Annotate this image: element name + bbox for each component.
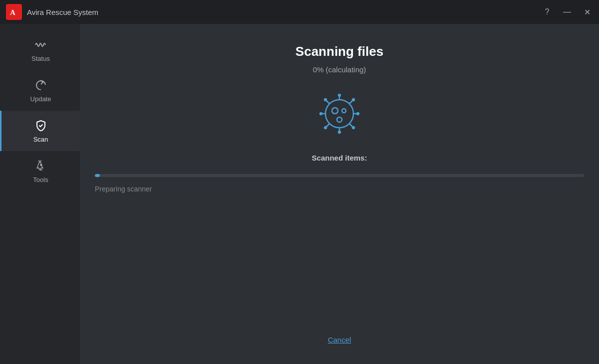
svg-point-3 — [325, 100, 353, 128]
svg-point-17 — [320, 113, 322, 115]
svg-point-20 — [352, 99, 354, 101]
svg-point-5 — [342, 109, 346, 113]
progress-fill — [95, 174, 100, 177]
sidebar-label-update: Update — [30, 95, 51, 103]
content-area: Scanning files 0% (calculating) — [80, 24, 599, 364]
svg-point-18 — [357, 113, 359, 115]
sidebar-label-scan: Scan — [33, 136, 48, 143]
scanned-label: Scanned items: — [312, 154, 367, 162]
svg-point-19 — [324, 99, 326, 101]
cancel-button[interactable]: Cancel — [328, 336, 351, 344]
titlebar: A Avira Rescue System ? — ✕ — [0, 0, 599, 24]
signal-icon — [34, 38, 48, 52]
tools-icon — [34, 159, 48, 173]
sidebar-item-scan[interactable]: Scan — [0, 111, 80, 151]
svg-point-6 — [337, 117, 342, 122]
scanning-title: Scanning files — [296, 44, 383, 59]
progress-area — [90, 174, 589, 177]
avira-logo-icon: A — [9, 7, 19, 17]
svg-text:A: A — [10, 8, 15, 16]
scanning-percent: 0% (calculating) — [313, 65, 366, 74]
close-button[interactable]: ✕ — [581, 6, 593, 18]
window-controls: ? — ✕ — [541, 6, 593, 18]
svg-point-22 — [352, 127, 354, 129]
app-title: Avira Rescue System — [27, 8, 541, 16]
preparing-text: Preparing scanner — [90, 185, 589, 193]
sidebar-item-update[interactable]: Update — [0, 70, 80, 111]
sidebar-label-status: Status — [31, 55, 50, 62]
virus-icon — [314, 89, 364, 139]
sidebar-item-tools[interactable]: Tools — [0, 151, 80, 191]
svg-point-16 — [338, 131, 340, 133]
svg-point-21 — [324, 127, 326, 129]
progress-track — [95, 174, 584, 177]
sidebar: Status Update Scan — [0, 24, 80, 364]
sidebar-item-status[interactable]: Status — [0, 30, 80, 70]
svg-point-4 — [332, 108, 338, 114]
refresh-icon — [34, 78, 48, 92]
svg-point-1 — [40, 164, 42, 166]
main-area: Status Update Scan — [0, 24, 599, 364]
app-logo: A — [6, 4, 22, 20]
minimize-button[interactable]: — — [561, 6, 573, 18]
help-button[interactable]: ? — [541, 6, 553, 18]
shield-icon — [34, 119, 48, 133]
sidebar-label-tools: Tools — [33, 176, 48, 183]
svg-point-15 — [338, 94, 340, 96]
